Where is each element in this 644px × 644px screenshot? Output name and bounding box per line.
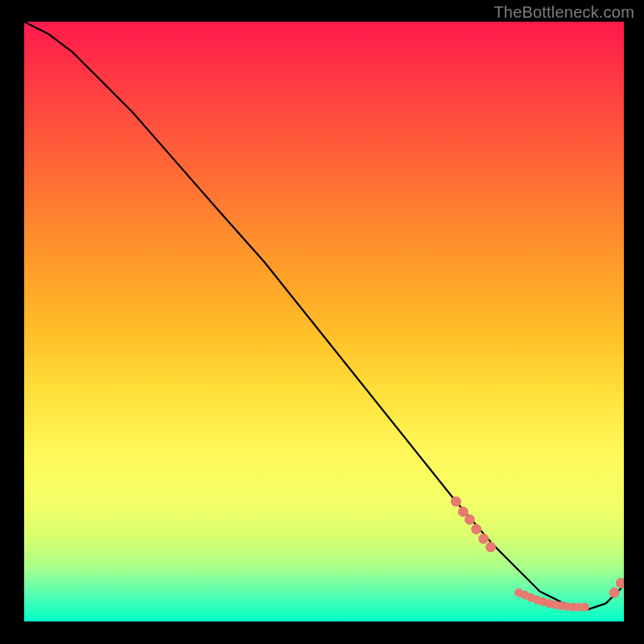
scatter-dot [616,578,624,588]
scatter-dot [458,507,468,517]
scatter-dot [609,588,619,597]
scatter-dots [451,497,624,611]
scatter-dot [486,543,496,552]
scatter-dot [451,497,460,506]
scatter-dot [465,514,475,524]
scatter-dot [581,603,589,611]
scatter-dot [479,534,489,543]
watermark-text: TheBottleneck.com [493,3,634,22]
curve-line [24,22,624,609]
scatter-dot [472,524,481,534]
chart-container: TheBottleneck.com [0,0,644,644]
chart-overlay-svg [24,22,624,621]
